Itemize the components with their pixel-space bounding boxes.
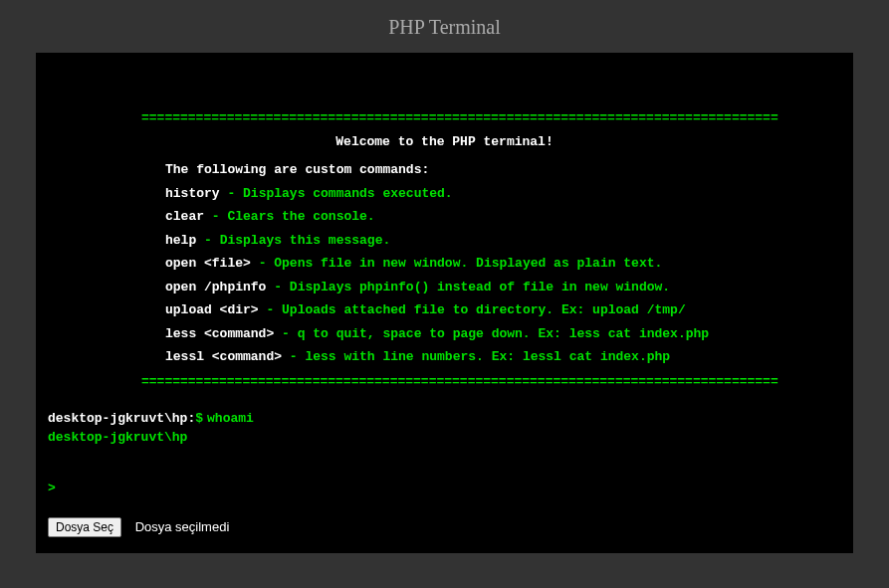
help-cmd-open-phpinfo: open /phpinfo - Displays phpinfo() inste… xyxy=(165,276,841,299)
help-cmd-name: lessl <command> xyxy=(165,349,282,364)
prompt-host: desktop-jgkruvt\hp: xyxy=(48,411,195,426)
banner-divider-top: ========================================… xyxy=(48,108,841,128)
help-cmd-name: clear xyxy=(165,209,204,224)
history-command: whoami xyxy=(203,411,254,426)
help-cmd-upload: upload <dir> - Uploads attached file to … xyxy=(165,298,841,322)
terminal-window[interactable]: ========================================… xyxy=(36,53,853,553)
help-cmd-desc: - q to quit, space to page down. Ex: les… xyxy=(282,326,709,341)
terminal-banner: ========================================… xyxy=(48,69,841,391)
file-upload-row: Dosya Seç Dosya seçilmedi xyxy=(48,495,841,537)
help-cmd-name: less <command> xyxy=(165,326,274,341)
help-cmd-desc: - Clears the console. xyxy=(212,209,375,224)
banner-divider-bottom: ========================================… xyxy=(48,372,841,392)
help-cmd-history: history - Displays commands executed. xyxy=(165,182,841,206)
prompt-symbol: $ xyxy=(195,411,203,426)
banner-help: The following are custom commands: histo… xyxy=(48,155,841,372)
history-prompt-line: desktop-jgkruvt\hp:$whoami xyxy=(48,411,841,426)
help-cmd-desc: - Displays this message. xyxy=(204,233,390,248)
help-cmd-lessl: lessl <command> - less with line numbers… xyxy=(165,345,841,369)
help-cmd-name: help xyxy=(165,233,196,248)
page-title: PHP Terminal xyxy=(0,0,889,53)
help-cmd-help: help - Displays this message. xyxy=(165,229,841,253)
help-cmd-name: upload <dir> xyxy=(165,302,259,317)
help-cmd-desc: - Displays phpinfo() instead of file in … xyxy=(274,280,670,294)
help-cmd-clear: clear - Clears the console. xyxy=(165,205,841,229)
help-cmd-less: less <command> - q to quit, space to pag… xyxy=(165,322,841,346)
help-cmd-name: open /phpinfo xyxy=(165,280,266,294)
help-cmd-name: history xyxy=(165,186,220,201)
help-cmd-desc: - less with line numbers. Ex: lessl cat … xyxy=(290,349,670,364)
help-cmd-desc: - Displays commands executed. xyxy=(227,186,452,201)
help-intro: The following are custom commands: xyxy=(165,158,841,182)
terminal-history: desktop-jgkruvt\hp:$whoami desktop-jgkru… xyxy=(48,391,841,445)
help-cmd-name: open <file> xyxy=(165,256,251,271)
file-choose-button[interactable]: Dosya Seç xyxy=(48,517,121,537)
help-cmd-desc: - Uploads attached file to directory. Ex… xyxy=(266,302,685,317)
terminal-current-prompt[interactable]: > xyxy=(48,445,841,495)
history-output: desktop-jgkruvt\hp xyxy=(48,426,841,445)
help-cmd-desc: - Opens file in new window. Displayed as… xyxy=(259,256,663,271)
help-cmd-open-file: open <file> - Opens file in new window. … xyxy=(165,252,841,276)
file-status-text: Dosya seçilmedi xyxy=(131,519,230,534)
banner-welcome: Welcome to the PHP terminal! xyxy=(48,128,841,156)
